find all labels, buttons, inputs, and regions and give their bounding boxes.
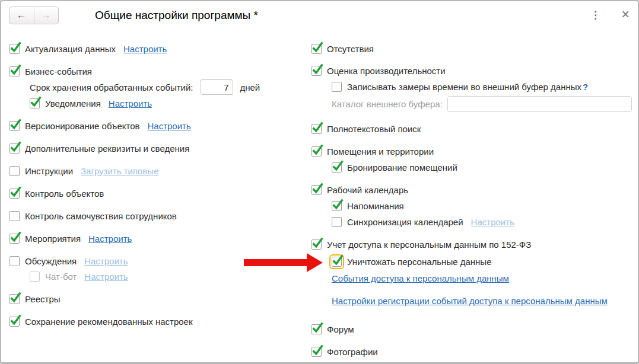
- forum-label: Форум: [327, 324, 354, 334]
- row-premises-territories: Помещения и территории: [311, 144, 632, 158]
- object-control-checkbox[interactable]: [9, 189, 20, 199]
- object-versioning-checkbox[interactable]: [9, 121, 20, 131]
- employee-wellbeing-label: Контроль самочувствия сотрудников: [25, 211, 177, 221]
- more-menu-icon[interactable]: ⋮: [590, 9, 600, 22]
- discussions-label: Обсуждения: [25, 256, 77, 266]
- calendar-sync-configure-link[interactable]: Настроить: [471, 217, 514, 227]
- personal-data-access-events-link[interactable]: События доступа к персональным данным: [332, 273, 509, 283]
- chat-bot-checkbox[interactable]: [30, 272, 40, 282]
- object-control-label: Контроль объектов: [25, 189, 104, 199]
- row-absences: Отсутствия: [311, 41, 632, 56]
- save-recommended-settings-checkbox[interactable]: [9, 317, 20, 327]
- storage-days-input[interactable]: [201, 79, 233, 95]
- row-write-time-measurements: Записывать замеры времени во внешний буф…: [332, 79, 632, 94]
- data-actualization-checkbox[interactable]: [9, 44, 20, 54]
- row-photos: Фотографии: [311, 344, 632, 359]
- external-buffer-directory-label: Каталог внешнего буфера:: [332, 99, 443, 109]
- row-forum: Форум: [311, 322, 632, 336]
- row-external-buffer-directory: Каталог внешнего буфера:: [332, 96, 632, 112]
- row-destroy-personal-data: Уничтожать персональные данные: [332, 254, 632, 269]
- storage-period-label: Срок хранения обработанных событий:: [30, 82, 193, 92]
- additional-attributes-label: Дополнительные реквизиты и сведения: [25, 143, 189, 154]
- work-calendar-checkbox[interactable]: [311, 185, 322, 195]
- data-actualization-label: Актуализация данных: [25, 44, 116, 54]
- additional-attributes-checkbox[interactable]: [9, 143, 20, 154]
- business-events-label: Бизнес-события: [25, 66, 92, 76]
- discussions-configure-link[interactable]: Настроить: [84, 256, 128, 266]
- personal-data-access-152fz-label: Учет доступа к персональным данным по 15…: [327, 240, 531, 250]
- personal-data-registration-settings-link[interactable]: Настройки регистрации событий доступа к …: [332, 295, 608, 307]
- discussions-checkbox[interactable]: [9, 256, 20, 266]
- row-save-recommended-settings: Сохранение рекомендованных настроек: [9, 314, 304, 328]
- row-full-text-search: Полнотекстовый поиск: [311, 122, 632, 136]
- full-text-search-checkbox[interactable]: [311, 124, 322, 134]
- row-work-calendar: Рабочий календарь: [311, 183, 632, 197]
- destroy-personal-data-checkbox[interactable]: [332, 257, 342, 267]
- photos-label: Фотографии: [327, 347, 378, 357]
- premises-territories-label: Помещения и территории: [327, 146, 434, 157]
- row-data-actualization: Актуализация данных Настроить: [9, 41, 304, 56]
- premises-territories-checkbox[interactable]: [311, 146, 322, 157]
- forward-button[interactable]: →: [34, 7, 59, 24]
- write-time-measurements-checkbox[interactable]: [332, 82, 342, 92]
- registers-checkbox[interactable]: [9, 294, 20, 304]
- activities-configure-link[interactable]: Настроить: [88, 234, 132, 244]
- history-nav: ← →: [9, 7, 59, 24]
- row-events-storage-period: Срок хранения обработанных событий: дней: [30, 79, 304, 95]
- calendar-sync-label: Синхронизация календарей: [347, 217, 463, 227]
- row-employee-wellbeing-control: Контроль самочувствия сотрудников: [9, 209, 304, 223]
- row-personal-data-access-152fz: Учет доступа к персональным данным по 15…: [311, 237, 632, 251]
- close-icon[interactable]: ×: [622, 7, 630, 22]
- row-reminders: Напоминания: [332, 199, 632, 213]
- notifications-label: Уведомления: [45, 98, 101, 108]
- chat-bot-configure-link[interactable]: Настроить: [84, 272, 128, 282]
- page-title: Общие настройки программы *: [95, 9, 258, 22]
- reminders-label: Напоминания: [347, 201, 404, 211]
- performance-evaluation-label: Оценка производительности: [327, 66, 446, 76]
- instructions-load-standard-link[interactable]: Загрузить типовые: [81, 166, 158, 176]
- notifications-configure-link[interactable]: Настроить: [109, 98, 152, 108]
- absences-checkbox[interactable]: [311, 44, 322, 54]
- object-versioning-configure-link[interactable]: Настроить: [147, 121, 190, 131]
- external-buffer-directory-input[interactable]: [447, 96, 632, 112]
- settings-window: ← → Общие настройки программы * ⋮ × Акту…: [0, 0, 639, 364]
- red-arrow-head: [307, 253, 323, 272]
- object-versioning-label: Версионирование объектов: [25, 121, 139, 131]
- photos-checkbox[interactable]: [311, 347, 322, 357]
- row-performance-evaluation: Оценка производительности: [311, 63, 632, 78]
- performance-evaluation-checkbox[interactable]: [311, 66, 322, 76]
- row-object-control: Контроль объектов: [9, 186, 304, 200]
- row-object-versioning: Версионирование объектов Настроить: [9, 119, 304, 133]
- left-settings-column: Актуализация данных Настроить Бизнес-соб…: [9, 41, 304, 337]
- registers-label: Реестры: [25, 294, 61, 304]
- personal-data-access-152fz-checkbox[interactable]: [311, 240, 322, 250]
- back-button[interactable]: ←: [9, 7, 34, 24]
- business-events-checkbox[interactable]: [9, 66, 20, 76]
- row-personal-data-registration-settings: Настройки регистрации событий доступа к …: [332, 288, 632, 314]
- row-registers: Реестры: [9, 292, 304, 306]
- row-calendar-sync: Синхронизация календарей Настроить: [332, 215, 632, 229]
- reminders-checkbox[interactable]: [332, 201, 342, 211]
- help-icon[interactable]: ?: [583, 82, 588, 92]
- full-text-search-label: Полнотекстовый поиск: [327, 124, 421, 134]
- instructions-label: Инструкции: [25, 166, 73, 176]
- room-booking-checkbox[interactable]: [332, 162, 342, 173]
- data-actualization-configure-link[interactable]: Настроить: [123, 44, 167, 54]
- red-arrow: [244, 253, 323, 272]
- absences-label: Отсутствия: [327, 44, 374, 54]
- write-time-measurements-label: Записывать замеры времени во внешний буф…: [347, 82, 581, 92]
- activities-checkbox[interactable]: [9, 234, 20, 244]
- storage-days-unit-label: дней: [240, 82, 260, 92]
- right-settings-column: Отсутствия Оценка производительности Зап…: [311, 41, 632, 364]
- row-additional-attributes: Дополнительные реквизиты и сведения: [9, 141, 304, 155]
- row-personal-data-access-events: События доступа к персональным данным: [332, 271, 632, 285]
- instructions-checkbox[interactable]: [9, 166, 20, 176]
- work-calendar-label: Рабочий календарь: [327, 185, 408, 195]
- employee-wellbeing-checkbox[interactable]: [9, 211, 20, 221]
- calendar-sync-checkbox[interactable]: [332, 217, 342, 227]
- row-business-events: Бизнес-события: [9, 64, 304, 78]
- forum-checkbox[interactable]: [311, 324, 322, 334]
- chat-bot-label: Чат-бот: [45, 272, 77, 282]
- row-instructions: Инструкции Загрузить типовые: [9, 164, 304, 178]
- notifications-checkbox[interactable]: [30, 98, 40, 108]
